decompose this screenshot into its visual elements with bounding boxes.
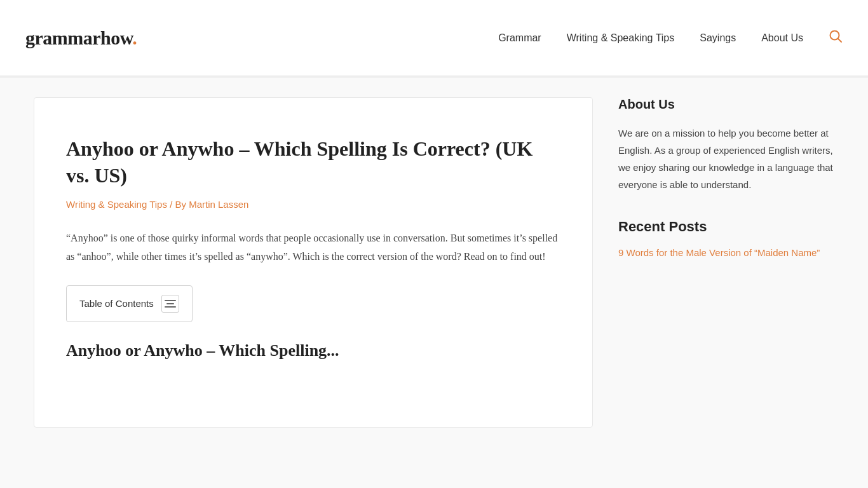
toc-icon-line-2	[166, 303, 174, 304]
sidebar: About Us We are on a mission to help you…	[618, 97, 834, 428]
site-logo[interactable]: grammarhow.	[25, 27, 137, 49]
nav-item-about-us[interactable]: About Us	[761, 32, 803, 44]
sidebar-about-heading: About Us	[618, 97, 834, 112]
article-section-heading: Anyhoo or Anywho – Which Spelling...	[66, 341, 560, 360]
search-icon[interactable]	[829, 29, 843, 46]
article-meta: Writing & Speaking Tips / By Martin Lass…	[66, 199, 560, 210]
main-content: Anyhoo or Anywho – Which Spelling Is Cor…	[34, 97, 593, 428]
toc-icon-line-1	[165, 300, 176, 301]
article-author-link[interactable]: Martin Lassen	[189, 199, 248, 210]
page-body: Anyhoo or Anywho – Which Spelling Is Cor…	[21, 78, 847, 447]
logo-dot: .	[132, 27, 137, 48]
sidebar-recent-post-0[interactable]: 9 Words for the Male Version of “Maiden …	[618, 245, 834, 261]
toc-box[interactable]: Table of Contents	[66, 285, 193, 322]
nav-item-grammar[interactable]: Grammar	[498, 32, 541, 44]
sidebar-recent-posts-heading: Recent Posts	[618, 219, 834, 235]
sidebar-recent-posts-section: Recent Posts 9 Words for the Male Versio…	[618, 219, 834, 261]
toc-icon	[161, 295, 179, 313]
site-header: grammarhow. Grammar Writing & Speaking T…	[0, 0, 868, 76]
article-meta-separator: / By	[167, 199, 189, 210]
article-category-link[interactable]: Writing & Speaking Tips	[66, 199, 167, 210]
svg-line-1	[838, 39, 842, 43]
sidebar-about-text: We are on a mission to help you become b…	[618, 125, 834, 193]
sidebar-about-section: About Us We are on a mission to help you…	[618, 97, 834, 193]
main-nav: Grammar Writing & Speaking Tips Sayings …	[498, 29, 843, 46]
nav-item-writing-speaking[interactable]: Writing & Speaking Tips	[567, 32, 675, 44]
toc-label: Table of Contents	[79, 298, 154, 309]
article-title: Anyhoo or Anywho – Which Spelling Is Cor…	[66, 136, 560, 189]
article-intro: “Anyhoo” is one of those quirky informal…	[66, 229, 560, 266]
nav-item-sayings[interactable]: Sayings	[700, 32, 736, 44]
logo-text: grammarhow	[25, 27, 132, 48]
toc-icon-line-3	[165, 306, 176, 308]
